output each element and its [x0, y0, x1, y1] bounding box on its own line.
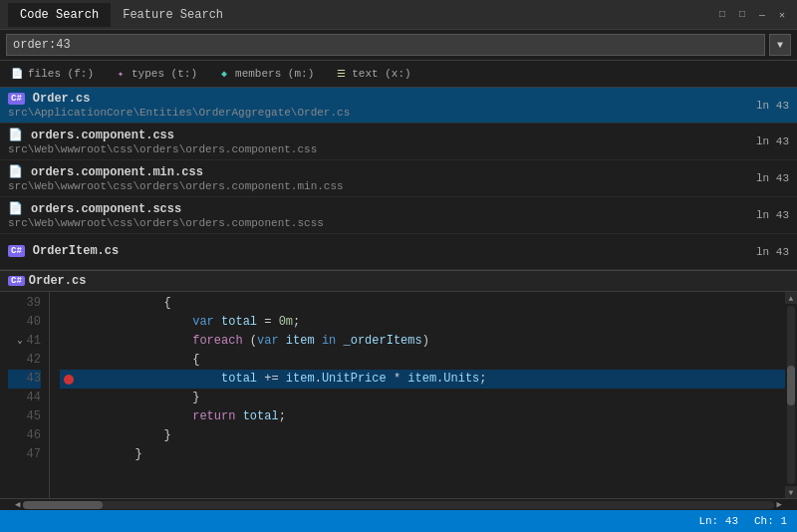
result-badge: ln 43	[748, 124, 797, 159]
code-line-41: foreach (var item in _orderItems)	[60, 332, 785, 351]
scroll-thumb[interactable]	[787, 366, 795, 405]
result-name: 📄 orders.component.min.css	[8, 164, 740, 179]
result-badge: ln 43	[748, 197, 797, 233]
maximize-btn[interactable]: □	[735, 8, 749, 22]
line-num-44: 44	[8, 389, 41, 407]
result-left: C# Order.cs src\ApplicationCore\Entities…	[0, 88, 748, 123]
file-filter-icon: 📄	[10, 67, 24, 81]
editor-inner: 39 40 ⌄ 41 42 43	[0, 292, 797, 498]
text-filter-icon: ☰	[334, 67, 348, 81]
search-dropdown-btn[interactable]: ▼	[769, 34, 791, 56]
result-item[interactable]: 📄 orders.component.scss src\Web\wwwroot\…	[0, 197, 797, 234]
filter-text-label: text (x:)	[352, 68, 410, 80]
editor-scrollbar[interactable]: ▲ ▼	[785, 292, 797, 498]
result-name: 📄 orders.component.scss	[8, 201, 740, 216]
css-icon: 📄	[8, 128, 23, 142]
result-item[interactable]: 📄 orders.component.min.css src\Web\wwwro…	[0, 160, 797, 197]
line-num-43: 43	[8, 370, 41, 389]
horiz-thumb[interactable]	[23, 501, 103, 509]
types-filter-icon: ✦	[114, 67, 128, 81]
editor-title-icon: C#	[8, 276, 25, 286]
result-badge: ln 43	[748, 160, 797, 196]
breakpoint-dot-43	[64, 375, 74, 385]
css-min-icon: 📄	[8, 164, 23, 179]
editor-title-bar: C# Order.cs	[0, 271, 797, 292]
code-line-40: var total = 0m;	[60, 313, 785, 332]
filter-members[interactable]: ◆ members (m:)	[213, 65, 318, 83]
result-left: 📄 orders.component.css src\Web\wwwroot\c…	[0, 124, 748, 159]
code-line-39: {	[60, 294, 785, 313]
result-path: src\Web\wwwroot\css\orders\orders.compon…	[8, 217, 740, 229]
fold-arrow-41[interactable]: ⌄	[13, 332, 23, 351]
tab-feature-search[interactable]: Feature Search	[111, 3, 235, 27]
main-container: Code Search Feature Search □ □ ‒ ✕ ▼ 📄 f…	[0, 0, 797, 532]
result-left: 📄 orders.component.min.css src\Web\wwwro…	[0, 160, 748, 196]
status-ch: Ch: 1	[754, 515, 787, 527]
result-path: src\Web\wwwroot\css\orders\orders.compon…	[8, 143, 740, 155]
pin-btn[interactable]: ‒	[755, 8, 769, 22]
filter-types-label: types (t:)	[132, 68, 197, 80]
scss-icon: 📄	[8, 201, 23, 216]
search-input[interactable]	[6, 34, 765, 56]
scroll-track[interactable]	[787, 306, 795, 484]
result-left: C# OrderItem.cs	[0, 234, 748, 269]
code-line-43: total += item.UnitPrice * item.Units;	[60, 370, 785, 389]
result-name: 📄 orders.component.css	[8, 128, 740, 142]
code-line-45: return total;	[60, 407, 785, 426]
line-num-42: 42	[8, 351, 41, 370]
editor-outer: C# Order.cs 39 40 ⌄ 41 4	[0, 271, 797, 510]
code-line-47: }	[60, 445, 785, 464]
cs-icon: C#	[8, 93, 25, 105]
result-left: 📄 orders.component.scss src\Web\wwwroot\…	[0, 197, 748, 233]
scroll-down-btn[interactable]: ▼	[785, 486, 797, 498]
tab-code-search[interactable]: Code Search	[8, 3, 111, 27]
result-item[interactable]: 📄 orders.component.css src\Web\wwwroot\c…	[0, 124, 797, 160]
line-num-41: ⌄ 41	[8, 332, 41, 351]
filter-types[interactable]: ✦ types (t:)	[110, 65, 201, 83]
scroll-left-btn[interactable]: ◀	[12, 499, 23, 510]
editor-title-text: Order.cs	[29, 274, 87, 288]
result-path: src\ApplicationCore\Entities\OrderAggreg…	[8, 107, 740, 119]
horiz-track[interactable]	[23, 501, 773, 509]
status-ln: Ln: 43	[698, 515, 738, 527]
search-bar-row: ▼	[0, 30, 797, 61]
code-line-46: }	[60, 426, 785, 445]
result-item[interactable]: C# Order.cs src\ApplicationCore\Entities…	[0, 88, 797, 124]
code-lines[interactable]: { var total = 0m; foreach (var item in _…	[50, 292, 785, 498]
title-tabs: Code Search Feature Search	[8, 3, 235, 27]
breakpoint-43	[60, 375, 78, 385]
results-list: C# Order.cs src\ApplicationCore\Entities…	[0, 88, 797, 271]
line-num-47: 47	[8, 445, 41, 464]
title-bar: Code Search Feature Search □ □ ‒ ✕	[0, 0, 797, 30]
result-badge: ln 43	[748, 88, 797, 123]
cs-icon-2: C#	[8, 245, 25, 257]
result-badge: ln 43	[748, 234, 797, 269]
result-name: C# OrderItem.cs	[8, 244, 740, 258]
status-bar: Ln: 43 Ch: 1	[0, 510, 797, 532]
bottom-scrollbar: ◀ ▶	[0, 498, 797, 510]
result-path: src\Web\wwwroot\css\orders\orders.compon…	[8, 180, 740, 192]
line-num-39: 39	[8, 294, 41, 313]
code-line-42: {	[60, 351, 785, 370]
filter-members-label: members (m:)	[235, 68, 314, 80]
members-filter-icon: ◆	[217, 67, 231, 81]
scroll-right-btn[interactable]: ▶	[774, 499, 785, 510]
close-btn[interactable]: ✕	[775, 8, 789, 22]
title-controls: □ □ ‒ ✕	[715, 8, 789, 22]
code-line-44: }	[60, 389, 785, 407]
result-item[interactable]: C# OrderItem.cs ln 43	[0, 234, 797, 270]
line-num-46: 46	[8, 426, 41, 445]
line-num-45: 45	[8, 407, 41, 426]
filter-tabs: 📄 files (f:) ✦ types (t:) ◆ members (m:)…	[0, 61, 797, 88]
minimize-btn[interactable]: □	[715, 8, 729, 22]
line-num-40: 40	[8, 313, 41, 332]
filter-files-label: files (f:)	[28, 68, 94, 80]
scroll-up-btn[interactable]: ▲	[785, 292, 797, 304]
result-name: C# Order.cs	[8, 92, 740, 106]
filter-files[interactable]: 📄 files (f:)	[6, 65, 98, 83]
filter-text[interactable]: ☰ text (x:)	[330, 65, 414, 83]
line-numbers: 39 40 ⌄ 41 42 43	[0, 292, 50, 498]
